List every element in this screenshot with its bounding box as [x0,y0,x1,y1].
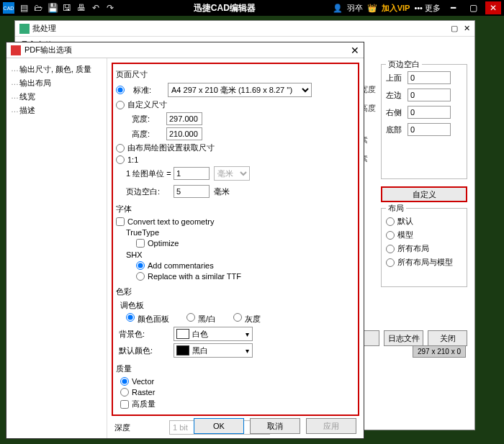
height-input[interactable] [166,127,202,140]
white-swatch-icon [176,329,189,339]
margin-unit: 毫米 [214,186,230,197]
saveas-icon[interactable]: 🖫 [60,2,73,14]
margin-top-label: 上面 [386,73,408,83]
hq-check[interactable] [120,400,129,409]
raster-radio[interactable] [120,388,129,397]
tree-linewidth[interactable]: 线宽 [11,90,102,104]
batch-titlebar: 批处理 ▢ ✕ [15,21,474,37]
add-comment-label: Add commentaries [148,261,214,270]
titlebar-right: 👤 羽卒 👑 加入VIP ••• 更多 ━ ▢ ✕ [333,1,501,14]
truetype-label: TrueType [126,228,355,237]
print-icon[interactable]: 🖶 [75,2,88,14]
margin-top-input[interactable] [408,71,451,84]
font-title: 字体 [116,204,355,214]
quality-title: 质量 [116,363,355,374]
convert-text-label: Convert text to geometry [127,217,214,226]
dialog-close-icon[interactable]: ✕ [351,45,359,56]
layout-all-radio[interactable] [386,245,395,253]
one-one-radio[interactable] [116,155,125,164]
minimize-icon[interactable]: ━ [445,1,461,14]
black-swatch-icon [176,345,189,355]
margin-bottom-label: 底部 [386,124,408,135]
options-main: 页面尺寸 标准: A4 297 x 210 毫米 (11.69 x 8.27 '… [107,58,364,438]
margins-title: 页边空白 [386,59,422,70]
app-logo: CAD [3,2,14,14]
unit-select: 毫米 [214,166,250,181]
tree-layout[interactable]: 输出布局 [11,76,102,90]
maximize-icon[interactable]: ▢ [465,1,481,14]
unit-label: 1 绘图单位 = [116,168,174,179]
tree-size[interactable]: 输出尺寸, 颜色, 质量 [11,63,102,76]
bgcolor-select[interactable]: 白色 [174,327,253,341]
tree-desc[interactable]: 描述 [11,104,102,117]
width-label: 宽度: [126,114,166,124]
defcolor-label: 默认颜色: [116,345,174,356]
optimize-check[interactable] [136,239,145,248]
dialog-title: PDF输出选项 [24,45,72,55]
cancel-button[interactable]: 取消 [250,418,300,434]
color-title: 色彩 [116,286,355,297]
palette-label: 调色板 [116,300,355,311]
apply-button[interactable]: 应用 [306,418,356,434]
bw-radio[interactable] [186,313,195,322]
depth-label: 深度 [112,422,169,433]
defcolor-select[interactable]: 黑白 [174,343,253,358]
layout-default-radio[interactable] [386,217,395,226]
layout-group: 布局 默认 模型 所有布局 所有布局与模型 [381,208,467,287]
convert-text-check[interactable] [116,217,125,226]
custom-button[interactable]: 自定义 [381,186,467,202]
rgb-radio[interactable] [126,313,135,322]
margin-right-input[interactable] [408,106,451,119]
gray-radio[interactable] [233,313,242,322]
width-input[interactable] [166,112,202,125]
undo-icon[interactable]: ↶ [89,2,102,14]
from-layout-radio[interactable] [116,144,125,153]
replace-ttf-radio[interactable] [136,272,145,281]
page-margins-group: 页边空白 上面 左边 右侧 底部 [381,64,467,179]
pdf-output-dialog: PDF输出选项 ✕ 输出尺寸, 颜色, 质量 输出布局 线宽 描述 页面尺寸 标… [6,42,364,439]
vector-radio[interactable] [120,377,129,386]
add-comment-radio[interactable] [136,261,145,270]
standard-radio[interactable] [116,86,125,94]
batch-close-icon[interactable]: ✕ [464,24,470,33]
custom-label: 自定义尺寸 [127,99,167,110]
close-icon[interactable]: ✕ [485,1,501,14]
username[interactable]: 羽卒 [347,3,363,14]
layout-model-radio[interactable] [386,231,395,240]
layout-title: 布局 [386,203,406,214]
unit-input[interactable] [174,167,210,180]
batch-max-icon[interactable]: ▢ [451,24,458,33]
margin-right-label: 右侧 [386,107,408,118]
crown-icon: 👑 [367,4,377,13]
from-layout-label: 由布局绘图设置获取尺寸 [127,142,215,153]
dialog-titlebar: PDF输出选项 ✕ [6,42,364,58]
margin-bottom-input[interactable] [408,123,451,136]
toolbar-icons: ▤ 🗁 💾 🖫 🖶 ↶ ↷ [17,2,117,14]
height-label: 高度: [126,129,166,140]
more-button[interactable]: ••• 更多 [414,3,441,14]
redo-icon[interactable]: ↷ [104,2,117,14]
margin-left-input[interactable] [408,89,451,101]
one-one-label: 1:1 [127,155,138,164]
custom-radio[interactable] [116,101,125,109]
dialog-title-icon [11,45,21,55]
save-icon[interactable]: 💾 [46,2,59,14]
replace-ttf-label: Replace with a similar TTF [148,272,241,281]
new-icon[interactable]: ▤ [17,2,30,14]
hq-label: 高质量 [132,399,156,409]
vector-label: Vector [132,377,154,386]
optimize-label: Optimize [148,239,179,248]
margin-input[interactable] [174,185,210,198]
standard-label: 标准: [127,85,168,96]
log-button[interactable]: 日志文件 [384,330,423,346]
titlebar: CAD ▤ 🗁 💾 🖫 🖶 ↶ ↷ 迅捷CAD编辑器 👤 羽卒 👑 加入VIP … [0,0,504,16]
vip-button[interactable]: 加入VIP [382,3,410,14]
ok-button[interactable]: OK [194,418,244,434]
margin-label: 页边空白: [116,186,174,197]
layout-allmodel-radio[interactable] [386,258,395,267]
avatar-icon[interactable]: 👤 [333,4,343,13]
open-icon[interactable]: 🗁 [32,2,45,14]
standard-select[interactable]: A4 297 x 210 毫米 (11.69 x 8.27 '') [168,83,312,97]
page-title: 页面尺寸 [116,69,355,80]
close-button[interactable]: 关闭 [428,330,467,346]
